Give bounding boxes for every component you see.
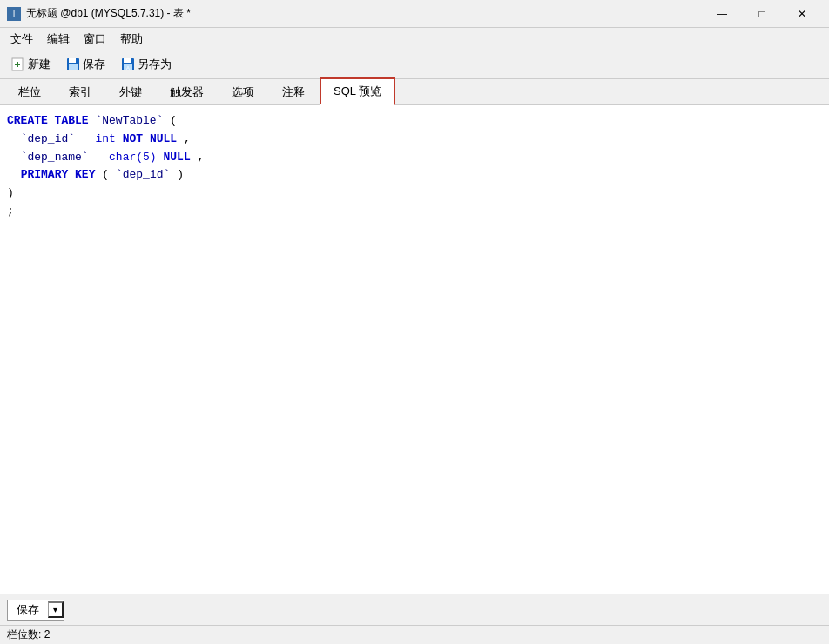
sql-line-3: `dep_name` char(5) NULL , [7,149,822,167]
app-icon: T [7,7,21,21]
save-dropdown-arrow-button[interactable]: ▾ [48,601,64,618]
new-icon [11,57,25,71]
title-bar: T 无标题 @db1 (MYSQL5.7.31) - 表 * — □ ✕ [0,0,829,28]
save-icon [66,57,80,71]
saveas-button[interactable]: A 另存为 [115,53,178,76]
new-button[interactable]: 新建 [5,53,57,76]
sql-preview-content: CREATE TABLE `NewTable` ( `dep_id` int N… [0,105,829,594]
svg-rect-7 [124,58,131,63]
tab-triggers[interactable]: 触发器 [157,79,217,104]
status-bar: 栏位数: 2 [0,625,829,644]
status-text: 栏位数: 2 [7,627,50,642]
save-dropdown-main[interactable]: 保存 [8,600,48,620]
svg-text:A: A [126,65,130,70]
sql-line-6: ; [7,203,822,221]
title-bar-left: T 无标题 @db1 (MYSQL5.7.31) - 表 * [7,6,191,21]
menu-window[interactable]: 窗口 [77,30,113,49]
tab-comments[interactable]: 注释 [269,79,318,104]
svg-rect-4 [69,58,76,63]
menu-edit[interactable]: 编辑 [40,30,77,49]
tab-foreign-keys[interactable]: 外键 [106,79,155,104]
toolbar: 新建 保存 A 另存为 [0,50,829,79]
menu-help[interactable]: 帮助 [113,30,150,49]
tab-indexes[interactable]: 索引 [56,79,104,104]
svg-rect-5 [69,64,78,70]
window-title: 无标题 @db1 (MYSQL5.7.31) - 表 * [26,6,191,21]
sql-line-2: `dep_id` int NOT NULL , [7,131,822,149]
tab-bar: 栏位 索引 外键 触发器 选项 注释 SQL 预览 [0,79,829,105]
menu-bar: 文件 编辑 窗口 帮助 [0,28,829,50]
menu-file[interactable]: 文件 [3,30,40,49]
save-dropdown[interactable]: 保存 ▾ [7,600,64,621]
tab-columns[interactable]: 栏位 [5,79,54,104]
sql-line-4: PRIMARY KEY ( `dep_id` ) [7,166,822,184]
bottom-bar: 保存 ▾ [0,594,829,625]
sql-line-1: CREATE TABLE `NewTable` ( [7,112,822,131]
sql-line-5: ) [7,184,822,203]
tab-sql-preview[interactable]: SQL 预览 [320,77,395,105]
saveas-icon: A [121,57,135,71]
tab-options[interactable]: 选项 [219,79,267,104]
close-button[interactable]: ✕ [782,0,822,28]
window-controls: — □ ✕ [702,0,822,28]
maximize-button[interactable]: □ [742,0,782,28]
minimize-button[interactable]: — [702,0,742,28]
save-button[interactable]: 保存 [60,53,111,76]
